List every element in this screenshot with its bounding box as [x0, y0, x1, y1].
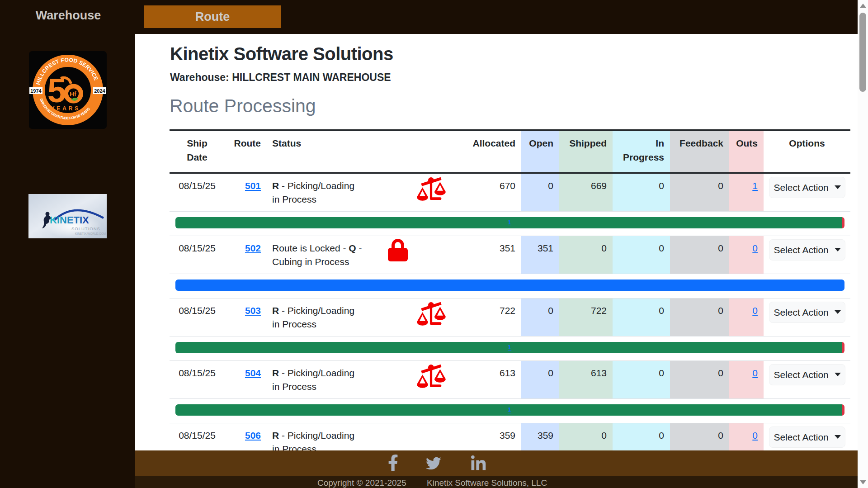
svg-text:2024: 2024 — [94, 88, 105, 94]
svg-text:KINETIX: KINETIX — [50, 214, 89, 226]
svg-text:SOLUTIONS: SOLUTIONS — [71, 226, 100, 231]
svg-text:1974: 1974 — [30, 88, 42, 94]
svg-text:Hf: Hf — [70, 90, 76, 98]
svg-text:YEARS: YEARS — [51, 105, 80, 112]
svg-text:KINETIX.WORLD.COM: KINETIX.WORLD.COM — [75, 232, 106, 235]
